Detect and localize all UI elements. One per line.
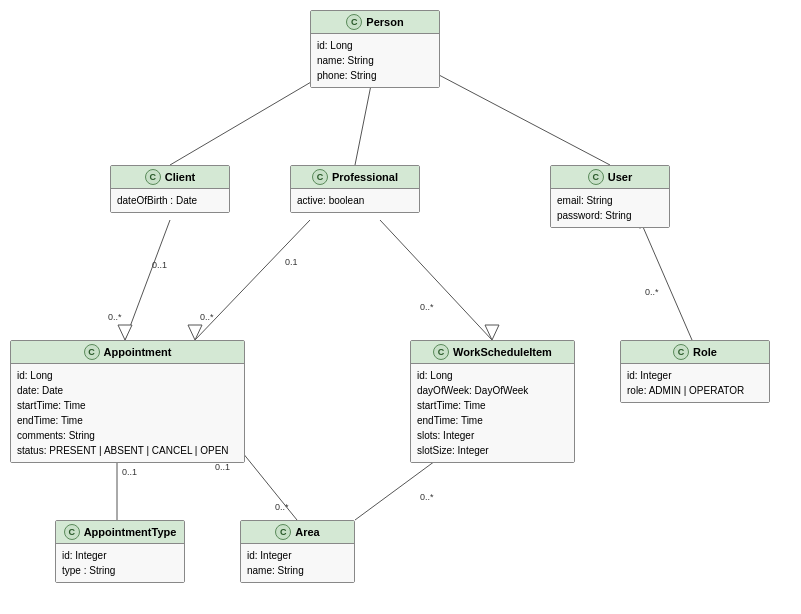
field: comments: String [17, 428, 238, 443]
class-area-body: id: Integer name: String [241, 544, 354, 582]
class-area-name: Area [295, 526, 319, 538]
label-appt-area-1: 0..1 [215, 462, 230, 472]
svg-line-2 [420, 65, 610, 165]
label-appt-apptype: 0..1 [122, 467, 137, 477]
class-icon-client: C [145, 169, 161, 185]
class-apptype-name: AppointmentType [84, 526, 177, 538]
label-prof-appt-1: 0.1 [285, 257, 298, 267]
svg-marker-13 [118, 325, 132, 340]
field: id: Long [417, 368, 568, 383]
class-icon-professional: C [312, 169, 328, 185]
class-professional: C Professional active: boolean [290, 165, 420, 213]
class-professional-header: C Professional [291, 166, 419, 189]
field: phone: String [317, 68, 433, 83]
field: slots: Integer [417, 428, 568, 443]
class-person-body: id: Long name: String phone: String [311, 34, 439, 87]
field: name: String [247, 563, 348, 578]
class-icon-appointment: C [84, 344, 100, 360]
svg-marker-15 [485, 325, 499, 340]
field: endTime: Time [17, 413, 238, 428]
field: role: ADMIN | OPERATOR [627, 383, 763, 398]
class-role-name: Role [693, 346, 717, 358]
class-role: C Role id: Integer role: ADMIN | OPERATO… [620, 340, 770, 403]
class-area-header: C Area [241, 521, 354, 544]
field: id: Integer [627, 368, 763, 383]
class-apptype-header: C AppointmentType [56, 521, 184, 544]
field: dateOfBirth : Date [117, 193, 223, 208]
label-client-appt-2: 0..* [108, 312, 122, 322]
label-appt-area-2: 0..* [275, 502, 289, 512]
class-person: C Person id: Long name: String phone: St… [310, 10, 440, 88]
svg-line-7 [640, 220, 692, 340]
class-appointment-header: C Appointment [11, 341, 244, 364]
field: active: boolean [297, 193, 413, 208]
class-client: C Client dateOfBirth : Date [110, 165, 230, 213]
field: type : String [62, 563, 178, 578]
class-wsi-name: WorkScheduleItem [453, 346, 552, 358]
field: email: String [557, 193, 663, 208]
class-user: C User email: String password: String [550, 165, 670, 228]
class-apptype-body: id: Integer type : String [56, 544, 184, 582]
class-appointment-name: Appointment [104, 346, 172, 358]
field: slotSize: Integer [417, 443, 568, 458]
class-icon-person: C [346, 14, 362, 30]
class-user-body: email: String password: String [551, 189, 669, 227]
class-wsi-header: C WorkScheduleItem [411, 341, 574, 364]
svg-line-6 [380, 220, 492, 340]
class-icon-wsi: C [433, 344, 449, 360]
class-appointment-body: id: Long date: Date startTime: Time endT… [11, 364, 244, 462]
class-workscheduleitem: C WorkScheduleItem id: Long dayOfWeek: D… [410, 340, 575, 463]
class-icon-user: C [588, 169, 604, 185]
class-person-name: Person [366, 16, 403, 28]
svg-marker-14 [188, 325, 202, 340]
class-role-header: C Role [621, 341, 769, 364]
svg-line-4 [125, 220, 170, 340]
class-professional-name: Professional [332, 171, 398, 183]
label-user-role: 0..* [645, 287, 659, 297]
field: endTime: Time [417, 413, 568, 428]
class-role-body: id: Integer role: ADMIN | OPERATOR [621, 364, 769, 402]
field: startTime: Time [17, 398, 238, 413]
class-appointmenttype: C AppointmentType id: Integer type : Str… [55, 520, 185, 583]
field: id: Long [317, 38, 433, 53]
field: password: String [557, 208, 663, 223]
field: id: Integer [62, 548, 178, 563]
class-professional-body: active: boolean [291, 189, 419, 212]
field: date: Date [17, 383, 238, 398]
class-user-header: C User [551, 166, 669, 189]
field: name: String [317, 53, 433, 68]
class-person-header: C Person [311, 11, 439, 34]
field: id: Integer [247, 548, 348, 563]
class-client-header: C Client [111, 166, 229, 189]
field: dayOfWeek: DayOfWeek [417, 383, 568, 398]
class-wsi-body: id: Long dayOfWeek: DayOfWeek startTime:… [411, 364, 574, 462]
class-client-name: Client [165, 171, 196, 183]
class-appointment: C Appointment id: Long date: Date startT… [10, 340, 245, 463]
label-client-appt-1: 0..1 [152, 260, 167, 270]
label-wsi-area: 0..* [420, 492, 434, 502]
label-prof-appt-2: 0..* [200, 312, 214, 322]
field: status: PRESENT | ABSENT | CANCEL | OPEN [17, 443, 238, 458]
svg-line-5 [195, 220, 310, 340]
class-client-body: dateOfBirth : Date [111, 189, 229, 212]
class-icon-area: C [275, 524, 291, 540]
class-icon-apptype: C [64, 524, 80, 540]
field: id: Long [17, 368, 238, 383]
label-prof-wsi: 0..* [420, 302, 434, 312]
class-area: C Area id: Integer name: String [240, 520, 355, 583]
class-icon-role: C [673, 344, 689, 360]
uml-diagram: 0..1 0..* 0.1 0..* 0..* 0..* 0..1 0..1 [0, 0, 801, 614]
class-user-name: User [608, 171, 632, 183]
field: startTime: Time [417, 398, 568, 413]
